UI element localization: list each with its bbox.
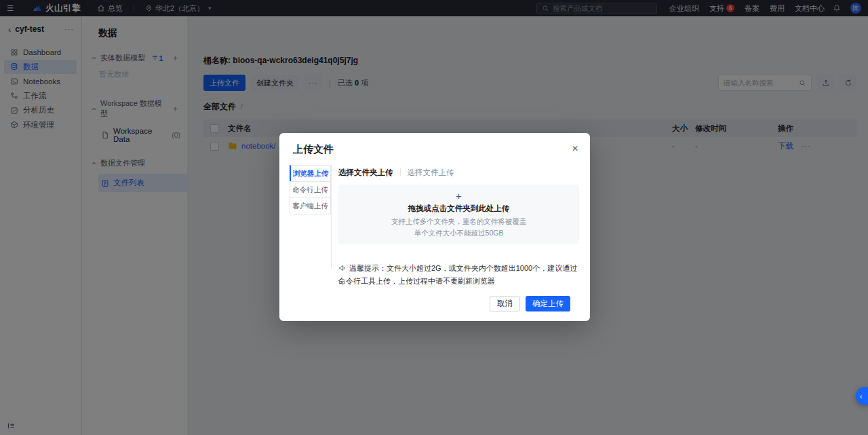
dropzone-hint-2: 单个文件大小不能超过50GB (414, 227, 504, 238)
tab-client-upload[interactable]: 客户端上传 (290, 197, 331, 214)
tab-browser-upload[interactable]: 浏览器上传 (290, 165, 331, 182)
tab-select-file[interactable]: 选择文件上传 (408, 168, 454, 178)
modal-footer: 取消 确定上传 (338, 287, 579, 312)
upload-tip-text: 温馨提示：文件大小超过2G，或文件夹内个数超出1000个，建议通过命令行工具上传… (338, 264, 577, 285)
cancel-button[interactable]: 取消 (490, 296, 520, 311)
modal-body: 浏览器上传 命令行上传 客户端上传 选择文件夹上传 选择文件上传 + 拖拽或点击… (279, 164, 590, 312)
tab-divider (400, 168, 401, 176)
close-icon[interactable]: ✕ (572, 143, 578, 153)
dropzone-hint-1: 支持上传多个文件夹，重名的文件将被覆盖 (391, 216, 527, 227)
upload-type-tabs: 选择文件夹上传 选择文件上传 (338, 165, 579, 180)
confirm-upload-button[interactable]: 确定上传 (526, 296, 570, 311)
dropzone[interactable]: + 拖拽或点击文件夹到此处上传 支持上传多个文件夹，重名的文件将被覆盖 单个文件… (338, 185, 579, 244)
modal-header: 上传文件 ✕ (279, 133, 590, 164)
upload-tip: 温馨提示：文件大小超过2G，或文件夹内个数超出1000个，建议通过命令行工具上传… (338, 262, 579, 287)
upload-panel: 选择文件夹上传 选择文件上传 + 拖拽或点击文件夹到此处上传 支持上传多个文件夹… (332, 165, 579, 312)
megaphone-icon (338, 264, 347, 272)
modal-title: 上传文件 (293, 143, 572, 156)
plus-icon: + (456, 191, 462, 201)
upload-modal: 上传文件 ✕ 浏览器上传 命令行上传 客户端上传 选择文件夹上传 选择文件上传 … (279, 133, 590, 321)
upload-method-tabs: 浏览器上传 命令行上传 客户端上传 (290, 165, 332, 268)
chevron-left-icon: ‹ (860, 392, 863, 400)
dropzone-title: 拖拽或点击文件夹到此处上传 (408, 204, 510, 214)
tab-cli-upload[interactable]: 命令行上传 (290, 181, 331, 198)
tab-select-folder[interactable]: 选择文件夹上传 (338, 168, 393, 178)
